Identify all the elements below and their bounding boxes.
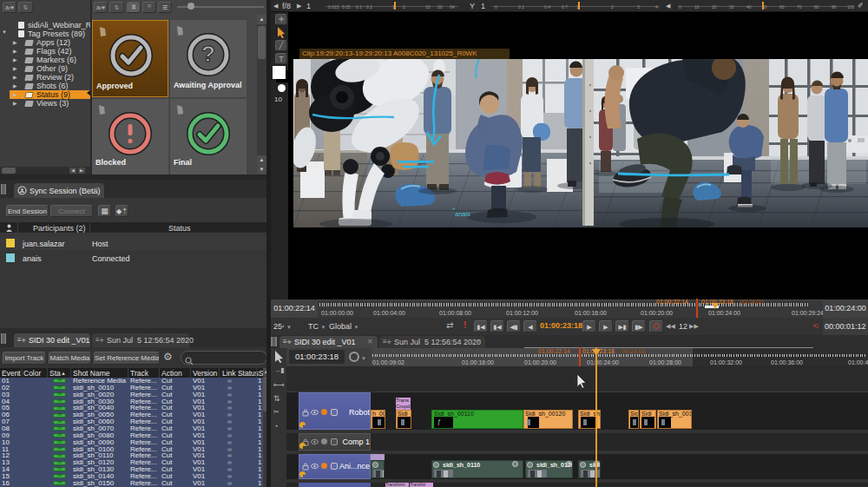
svg-text:?: ? [201,41,215,67]
svg-text:anais: anais [455,210,470,218]
svg-text:+: + [452,206,456,211]
